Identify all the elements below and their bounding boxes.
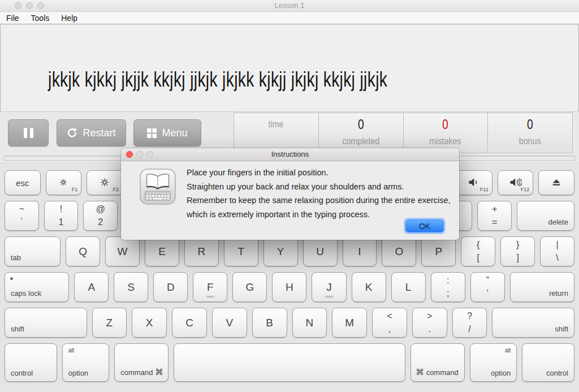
ok-button[interactable]: OK xyxy=(405,219,444,232)
menu-grid-icon xyxy=(147,128,157,138)
key-t: T xyxy=(224,236,258,266)
key-control-right: control xyxy=(522,343,574,382)
window-titlebar: Lesson 1 xyxy=(0,0,579,12)
key-r: R xyxy=(184,236,219,266)
key-option-right: optionalt xyxy=(470,343,517,382)
key-comma: <, xyxy=(372,308,407,338)
key-shift-right: shift xyxy=(492,308,574,338)
key-control-left: control xyxy=(5,343,57,382)
key-space xyxy=(174,343,405,382)
key-bracket-left: {[ xyxy=(461,236,495,266)
key-f11: F11 xyxy=(456,170,492,195)
key-c: C xyxy=(172,308,207,338)
menu-file[interactable]: File xyxy=(6,14,19,23)
key-command-left: command ⌘ xyxy=(114,343,168,382)
key-backslash: |\ xyxy=(540,236,574,266)
key-z: Z xyxy=(92,308,127,338)
key-q: Q xyxy=(66,236,100,266)
menu-button-label: Menu xyxy=(162,127,187,139)
key-d: D xyxy=(153,272,188,302)
menu-help[interactable]: Help xyxy=(61,14,77,23)
key-b: B xyxy=(252,308,287,338)
stat-mistakes: 0 mistakes xyxy=(404,113,489,153)
pause-button[interactable] xyxy=(8,119,49,147)
key-l: L xyxy=(391,272,426,302)
key-tab: tab xyxy=(5,236,61,266)
key-g: G xyxy=(232,272,267,302)
key-n: N xyxy=(292,308,327,338)
dialog-message: Place your fingers in the initial positi… xyxy=(187,166,451,221)
key-return: return xyxy=(510,272,574,302)
instructions-dialog: Instructions xyxy=(121,148,459,240)
key-equals: += xyxy=(477,201,512,231)
window-title: Lesson 1 xyxy=(0,0,579,11)
key-delete: delete xyxy=(517,201,574,231)
homing-bar xyxy=(325,296,333,298)
shift-row: shiftZXCVBNM<,>.?/shift xyxy=(5,308,574,338)
tab-row: tabQWERTYUIOP{[}]|\ xyxy=(5,236,574,266)
stat-time: time xyxy=(234,113,319,153)
key-command-right: ⌘ command xyxy=(411,343,465,382)
bottom-row: controloptionaltcommand ⌘⌘ commandoption… xyxy=(5,343,574,382)
key-f2: F2 xyxy=(87,170,123,195)
command-icon: ⌘ xyxy=(416,367,424,377)
volume-low-icon xyxy=(457,178,492,187)
key-option-left: optionalt xyxy=(62,343,110,382)
stats-panel: time 0 completed 0 mistakes 0 bonus xyxy=(234,113,573,153)
book-keyboard-app-icon xyxy=(140,169,176,205)
key-e: E xyxy=(145,236,179,266)
key-w: W xyxy=(105,236,140,266)
key-shift-left: shift xyxy=(5,308,87,338)
key-f1: F1 xyxy=(46,170,82,195)
menu-button[interactable]: Menu xyxy=(133,119,201,147)
pause-icon xyxy=(24,128,33,138)
key-slash: ?/ xyxy=(452,308,487,338)
brightness-low-icon xyxy=(46,178,81,187)
key-p: P xyxy=(421,236,456,266)
key-u: U xyxy=(303,236,338,266)
key-h: H xyxy=(272,272,306,302)
key-x: X xyxy=(132,308,167,338)
home-row: caps lockASDFGHJKL:;”’return xyxy=(5,272,574,302)
key-k: K xyxy=(352,272,386,302)
restart-button[interactable]: Restart xyxy=(57,119,126,147)
dialog-title: Instructions xyxy=(121,148,459,161)
restart-button-label: Restart xyxy=(83,127,115,139)
eject-icon xyxy=(539,178,574,186)
key-eject xyxy=(538,170,574,195)
key-esc: esc xyxy=(5,170,41,195)
key-2: @2 xyxy=(83,201,118,231)
key-i: I xyxy=(343,236,377,266)
exercise-text: jkkjk kjkkj jkjjk kkjkj jjkjk jkjkk kjkj… xyxy=(48,68,387,92)
menu-tools[interactable]: Tools xyxy=(31,14,50,23)
stat-completed: 0 completed xyxy=(319,113,404,153)
key-s: S xyxy=(114,272,148,302)
key-caps-lock: caps lock xyxy=(5,272,69,302)
key-quote: ”’ xyxy=(470,272,505,302)
key-o: O xyxy=(382,236,416,266)
dialog-titlebar: Instructions xyxy=(121,148,459,161)
key-a: A xyxy=(74,272,109,302)
stat-bonus: 0 bonus xyxy=(488,113,572,153)
key-bracket-right: }] xyxy=(500,236,535,266)
exercise-area: jkkjk kjkkj jkjjk kkjkj jjkjk jkjkk kjkj… xyxy=(0,25,579,111)
key-1: !1 xyxy=(44,201,79,231)
key-backquote: ~` xyxy=(5,201,39,231)
volume-high-icon xyxy=(498,178,533,187)
command-icon: ⌘ xyxy=(155,367,163,377)
key-period: >. xyxy=(412,308,447,338)
app-window: Lesson 1 File Tools Help jkkjk kjkkj jkj… xyxy=(0,0,579,392)
toolbar: Restart Menu time 0 completed 0 mistakes… xyxy=(0,111,579,153)
key-m: M xyxy=(332,308,367,338)
key-f12: F12 xyxy=(498,170,534,195)
capslock-indicator xyxy=(10,277,13,280)
restart-icon xyxy=(67,128,77,139)
menu-bar: File Tools Help xyxy=(0,12,579,24)
brightness-high-icon xyxy=(87,178,122,187)
key-f: F xyxy=(193,272,227,302)
key-y: Y xyxy=(263,236,298,266)
key-v: V xyxy=(212,308,247,338)
homing-bar xyxy=(206,296,214,298)
key-semicolon: :; xyxy=(431,272,465,302)
key-j: J xyxy=(312,272,346,302)
